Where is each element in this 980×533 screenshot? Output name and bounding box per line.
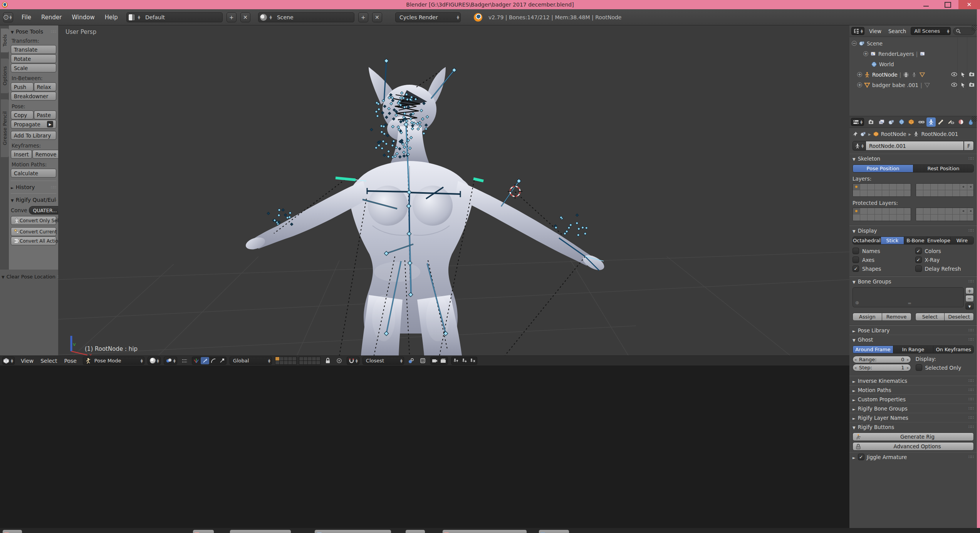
tab-armature-data[interactable] [926, 117, 936, 127]
tab-world[interactable] [897, 117, 906, 127]
scene-delete-button[interactable]: ✕ [372, 12, 382, 22]
remove-button[interactable]: Remove [882, 313, 911, 321]
layer-cell[interactable] [923, 184, 930, 190]
viewport-layer-cell[interactable] [288, 357, 292, 360]
layer-cell[interactable] [960, 190, 967, 196]
layer-cell[interactable] [860, 190, 867, 196]
breadcrumb-data[interactable]: RootNode.001 [921, 131, 958, 137]
tab-material[interactable] [957, 117, 966, 127]
breakdowner-button[interactable]: Breakdowner [11, 92, 56, 101]
pose-library-panel-header[interactable]: Pose Library [849, 325, 977, 335]
viewport-menu-item[interactable]: View [18, 357, 37, 365]
scene-add-button[interactable]: + [358, 12, 368, 22]
ghost-step-field[interactable]: Step: 1 [852, 364, 911, 371]
layer-cell[interactable] [953, 215, 960, 221]
layer-cell[interactable] [967, 184, 974, 190]
viewport-layer-cell[interactable] [275, 357, 279, 360]
layer-cell[interactable] [967, 208, 974, 214]
assign-button[interactable]: Assign [852, 313, 882, 321]
orientation-dropdown[interactable]: Global [230, 357, 272, 365]
layer-cell[interactable] [897, 190, 904, 196]
layer-cell[interactable] [938, 184, 945, 190]
tab-bone-constraints[interactable] [946, 117, 956, 127]
layer-cell[interactable] [953, 190, 960, 196]
viewport-menu-item[interactable]: Pose [61, 357, 79, 365]
armature-layers-grid[interactable] [852, 183, 974, 197]
layer-cell[interactable] [897, 184, 904, 190]
manipulator-translate-button[interactable] [201, 357, 209, 364]
collapsed-panel-header[interactable]: Rigify Layer Names [849, 413, 977, 422]
menu-item[interactable]: Render [37, 12, 66, 22]
remove-keyframe-button[interactable]: Remove [32, 150, 58, 159]
manipulator-scale-button[interactable] [218, 357, 226, 364]
editor-corner-grip[interactable] [972, 116, 977, 122]
panel-grip-icon[interactable] [968, 156, 974, 161]
datablock-type-dropdown[interactable] [852, 141, 866, 151]
layer-cell[interactable] [853, 208, 860, 214]
ghost-mode-button[interactable]: In Range [893, 346, 934, 353]
display-mode-button[interactable]: B-Bone [904, 237, 927, 244]
layer-cell[interactable] [875, 184, 882, 190]
push-button[interactable]: Push [11, 82, 34, 91]
checkbox[interactable] [915, 248, 922, 254]
bone-group-remove-button[interactable]: − [965, 295, 974, 302]
breadcrumb-object[interactable]: RootNode [881, 131, 906, 137]
tab-object[interactable] [907, 117, 916, 127]
panel-grip-icon[interactable] [968, 406, 974, 411]
ghost-mode-button[interactable]: Around Frame [853, 346, 893, 353]
display-panel-header[interactable]: Display [849, 226, 977, 235]
viewport-layer-cell[interactable] [316, 357, 320, 360]
pose-paste-flipped-icon[interactable] [468, 357, 477, 364]
layer-cell[interactable] [938, 215, 945, 221]
advanced-options-button[interactable]: Advanced Options [852, 442, 974, 451]
snap-target-dropdown[interactable]: Closest [362, 357, 404, 365]
panel-grip-icon[interactable] [51, 29, 56, 34]
layer-cell[interactable] [931, 184, 938, 190]
menu-item[interactable]: Help [100, 12, 123, 22]
layer-cell[interactable] [945, 208, 952, 214]
editor-type-dropdown[interactable] [2, 357, 15, 365]
panel-grip-icon[interactable] [968, 424, 974, 429]
pose-tools-panel-header[interactable]: Pose Tools [11, 28, 56, 35]
proportional-edit-dropdown[interactable] [335, 357, 344, 364]
display-checkbox-item[interactable]: Names [852, 248, 911, 254]
panel-grip-icon[interactable] [51, 185, 56, 190]
menu-item[interactable]: Window [67, 12, 99, 22]
layer-cell[interactable] [945, 215, 952, 221]
tab-grease-pencil[interactable]: Grease Pencil [1, 99, 9, 157]
jiggle-checkbox[interactable] [858, 454, 864, 460]
deselect-button[interactable]: Deselect [945, 313, 974, 321]
viewport-3d[interactable]: x v User Persp (1) RootNode : hip [58, 25, 849, 355]
tab-bone[interactable] [936, 117, 946, 127]
skeleton-panel-header[interactable]: Skeleton [849, 154, 977, 163]
character-model[interactable] [244, 67, 607, 355]
checkbox[interactable] [852, 248, 859, 254]
panel-grip-icon[interactable] [968, 397, 974, 402]
bone-group-specials-button[interactable]: ▾ [965, 303, 974, 310]
display-mode-button[interactable]: Envelope [927, 237, 951, 244]
layer-cell[interactable] [889, 184, 896, 190]
layer-cell[interactable] [960, 215, 967, 221]
viewport-layer-cell[interactable] [284, 361, 288, 364]
select-button[interactable]: Select [915, 313, 945, 321]
screen-layout-selector[interactable]: Default [126, 12, 223, 22]
tab-constraints[interactable] [917, 117, 926, 127]
snap-peel-icon[interactable] [419, 357, 427, 364]
history-panel-header[interactable]: History [11, 184, 56, 190]
convert-mode-dropdown[interactable]: QUATER... [29, 206, 58, 215]
pivot-dropdown[interactable] [164, 357, 177, 365]
propagate-menu-arrow[interactable] [47, 121, 53, 127]
tab-tools[interactable]: Tools [1, 28, 9, 52]
display-mode-button[interactable]: Stick [881, 237, 904, 244]
layer-cell[interactable] [923, 215, 930, 221]
bone-groups-list[interactable] [852, 287, 964, 307]
opengl-render-anim-icon[interactable] [439, 357, 448, 364]
clipped-button[interactable] [405, 530, 425, 533]
clipped-button[interactable] [230, 530, 291, 533]
clipped-button[interactable] [442, 530, 527, 533]
viewport-menu-item[interactable]: Select [37, 357, 60, 365]
layer-cell[interactable] [882, 215, 889, 221]
layer-cell[interactable] [853, 184, 860, 190]
panel-grip-icon[interactable] [968, 328, 974, 333]
pivot-align-toggle[interactable] [180, 357, 189, 364]
